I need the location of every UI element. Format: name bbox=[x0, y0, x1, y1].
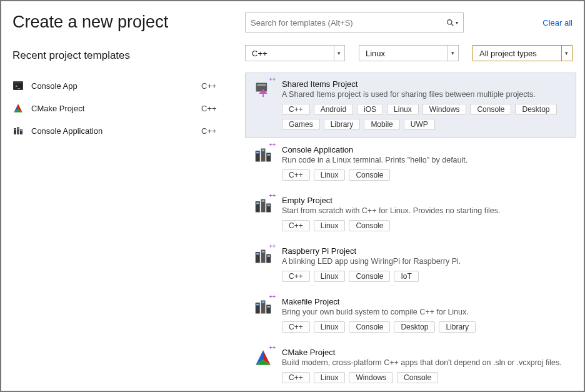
recent-template-lang: C++ bbox=[201, 81, 226, 91]
template-tag: Linux bbox=[314, 372, 346, 383]
cmake-icon: ++ bbox=[253, 348, 273, 368]
template-name: Makefile Project bbox=[282, 297, 569, 306]
template-tag: Games bbox=[282, 119, 320, 130]
svg-rect-21 bbox=[262, 149, 264, 151]
template-tag: C++ bbox=[282, 104, 310, 115]
console-app-icon: ++ bbox=[253, 246, 273, 266]
template-tag: Console bbox=[349, 220, 390, 231]
template-name: Shared Items Project bbox=[282, 79, 569, 89]
template-tag: UWP bbox=[404, 119, 435, 130]
chevron-down-icon: ▾ bbox=[456, 20, 458, 26]
template-name: Empty Project bbox=[282, 196, 569, 205]
cmake-icon bbox=[12, 103, 24, 113]
template-name: CMake Project bbox=[282, 348, 569, 357]
svg-rect-32 bbox=[256, 253, 259, 255]
svg-rect-33 bbox=[262, 251, 264, 253]
template-tag: iOS bbox=[357, 104, 383, 115]
template-description: A Shared Items project is used for shari… bbox=[282, 90, 569, 99]
template-tag-row: C++LinuxWindowsConsole bbox=[282, 372, 569, 383]
recent-template-name: CMake Project bbox=[31, 104, 201, 113]
project-template-item[interactable]: ++Shared Items ProjectA Shared Items pro… bbox=[245, 73, 576, 138]
template-tag-row: C++LinuxConsole bbox=[282, 220, 569, 231]
template-description: Start from scratch with C++ for Linux. P… bbox=[282, 206, 569, 215]
template-tag-row: C++LinuxConsoleIoT bbox=[282, 271, 569, 282]
project-template-item[interactable]: ++Console ApplicationRun code in a Linux… bbox=[245, 138, 576, 189]
search-box[interactable]: ▾ bbox=[245, 13, 464, 33]
project-template-list: ++Shared Items ProjectA Shared Items pro… bbox=[245, 73, 576, 391]
recent-template-item[interactable]: CMake ProjectC++ bbox=[12, 97, 226, 119]
svg-rect-20 bbox=[256, 152, 259, 154]
template-tag: Library bbox=[439, 321, 476, 333]
cpp-plus-badge-icon: ++ bbox=[269, 77, 276, 83]
search-icon[interactable]: ▾ bbox=[446, 19, 458, 27]
svg-rect-40 bbox=[268, 306, 270, 308]
template-tag: Desktop bbox=[394, 321, 435, 333]
template-name: Raspberry Pi Project bbox=[282, 246, 569, 256]
svg-rect-12 bbox=[21, 130, 22, 131]
project-template-item[interactable]: ++Raspberry Pi ProjectA blinking LED app… bbox=[245, 239, 576, 290]
recent-templates-heading: Recent project templates bbox=[12, 49, 226, 62]
recent-template-name: Console Application bbox=[31, 126, 201, 136]
template-tag: Linux bbox=[314, 169, 346, 181]
recent-template-lang: C++ bbox=[201, 126, 226, 136]
template-tag: Linux bbox=[387, 104, 419, 115]
svg-rect-10 bbox=[14, 129, 16, 130]
svg-rect-28 bbox=[268, 204, 270, 206]
template-tag: C++ bbox=[282, 271, 310, 282]
svg-rect-22 bbox=[268, 154, 270, 156]
template-tag: C++ bbox=[282, 321, 310, 333]
template-tag: Console bbox=[349, 271, 390, 282]
template-tag: Linux bbox=[314, 321, 346, 333]
template-description: Run code in a Linux terminal. Prints "he… bbox=[282, 156, 569, 164]
recent-template-item[interactable]: >_Console AppC++ bbox=[12, 74, 226, 97]
console-app-icon: ++ bbox=[253, 196, 273, 216]
template-tag: Linux bbox=[314, 220, 346, 231]
svg-rect-26 bbox=[256, 203, 259, 204]
template-tag: Linux bbox=[314, 271, 346, 282]
svg-rect-16 bbox=[257, 84, 266, 86]
template-description: Bring your own build system to compile C… bbox=[282, 308, 569, 316]
language-dropdown[interactable]: C++ ▾ bbox=[245, 45, 345, 61]
template-tag: Windows bbox=[422, 104, 467, 115]
project-type-dropdown[interactable]: All project types ▾ bbox=[472, 45, 572, 61]
template-tag: C++ bbox=[282, 169, 310, 181]
template-name: Console Application bbox=[282, 145, 569, 154]
template-tag-row: C++LinuxConsoleDesktopLibrary bbox=[282, 321, 569, 333]
platform-dropdown[interactable]: Linux ▾ bbox=[359, 45, 459, 61]
project-type-dropdown-value: All project types bbox=[479, 49, 561, 58]
page-title: Create a new project bbox=[12, 13, 226, 32]
template-tag: C++ bbox=[282, 220, 310, 231]
svg-rect-39 bbox=[262, 301, 264, 303]
template-tag: C++ bbox=[282, 372, 310, 383]
console-icon: >_ bbox=[12, 81, 24, 91]
recent-template-item[interactable]: Console ApplicationC++ bbox=[12, 119, 226, 142]
cpp-plus-badge-icon: ++ bbox=[269, 294, 276, 300]
console-app-icon: ++ bbox=[253, 297, 273, 317]
template-description: A blinking LED app using WiringPi for Ra… bbox=[282, 257, 569, 266]
search-input[interactable] bbox=[251, 18, 446, 28]
language-dropdown-value: C++ bbox=[252, 49, 334, 58]
template-tag-row: C++LinuxConsole bbox=[282, 169, 569, 181]
cpp-plus-badge-icon: ++ bbox=[269, 345, 276, 351]
svg-text:>_: >_ bbox=[15, 84, 20, 89]
cpp-plus-badge-icon: ++ bbox=[269, 143, 276, 148]
clear-all-link[interactable]: Clear all bbox=[542, 18, 576, 28]
template-tag: Console bbox=[349, 169, 390, 181]
project-template-item[interactable]: ++Empty ProjectStart from scratch with C… bbox=[245, 189, 576, 239]
project-template-item[interactable]: ++Makefile ProjectBring your own build s… bbox=[245, 290, 576, 341]
console-app-icon bbox=[12, 126, 24, 136]
recent-template-name: Console App bbox=[31, 81, 201, 91]
project-template-item[interactable]: ++CMake ProjectBuild modern, cross-platf… bbox=[245, 341, 576, 391]
console-app-icon: ++ bbox=[253, 145, 273, 165]
chevron-down-icon: ▾ bbox=[561, 46, 568, 61]
svg-rect-11 bbox=[18, 128, 19, 129]
platform-dropdown-value: Linux bbox=[366, 49, 448, 58]
template-tag: IoT bbox=[394, 271, 418, 282]
chevron-down-icon: ▾ bbox=[334, 46, 341, 61]
template-tag: Library bbox=[324, 119, 361, 130]
recent-template-lang: C++ bbox=[201, 104, 226, 113]
template-tag: Console bbox=[397, 372, 438, 383]
shared-icon: ++ bbox=[253, 79, 273, 99]
template-tag: Console bbox=[470, 104, 511, 115]
template-tag: Console bbox=[349, 321, 390, 333]
